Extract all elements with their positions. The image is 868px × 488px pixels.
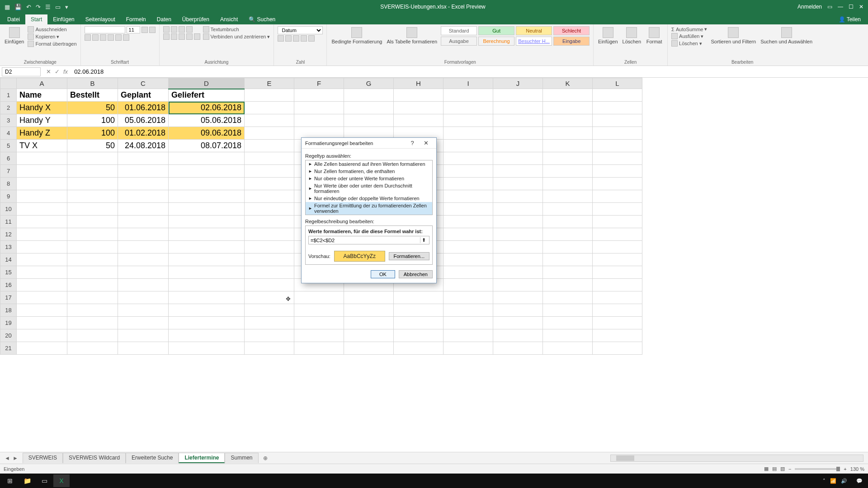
cell-D18[interactable] [169,304,245,317]
tab-suchen[interactable]: 🔍 Suchen [243,14,281,24]
cell-C17[interactable] [118,291,169,304]
cell-L14[interactable] [593,253,642,266]
cell-A14[interactable] [17,253,67,266]
cell-B7[interactable] [67,165,118,178]
align-top-icon[interactable] [163,26,170,33]
cell-H2[interactable] [394,102,443,114]
cell-B15[interactable] [67,266,118,279]
cell-C15[interactable] [118,266,169,279]
cell-A17[interactable] [17,291,67,304]
cell-I14[interactable] [443,253,493,266]
cell-E16[interactable] [245,279,294,291]
cell-A9[interactable] [17,190,67,203]
cell-B11[interactable] [67,216,118,228]
cell-B4[interactable]: 100 [67,127,118,140]
cell-B19[interactable] [67,317,118,329]
cell-D17[interactable] [169,291,245,304]
cell-K15[interactable] [543,266,593,279]
row-header-6[interactable]: 6 [0,152,17,165]
fill-button[interactable]: Ausfüllen ▾ [671,33,707,39]
cell-I21[interactable] [443,342,493,355]
cell-J21[interactable] [493,342,543,355]
cell-I17[interactable] [443,291,493,304]
number-format-select[interactable]: Datum [278,26,323,34]
italic-icon[interactable] [92,34,99,41]
format-as-table-button[interactable]: Als Tabelle formatieren [386,26,438,45]
orientation-icon[interactable] [186,26,193,33]
cell-L6[interactable] [593,152,642,165]
decimal-dec-icon[interactable] [308,35,315,42]
cell-C21[interactable] [118,342,169,355]
col-header-D[interactable]: D [169,78,245,89]
cancel-button[interactable]: Abbrechen [399,270,433,278]
cell-A4[interactable]: Handy Z [17,127,67,140]
cell-B8[interactable] [67,178,118,190]
col-header-J[interactable]: J [493,78,543,89]
cell-A6[interactable] [17,152,67,165]
rule-formula-input[interactable] [311,237,420,243]
name-box[interactable] [2,67,41,76]
cell-D10[interactable] [169,203,245,216]
cell-L5[interactable] [593,140,642,152]
cell-E13[interactable] [245,241,294,253]
cell-H21[interactable] [394,342,443,355]
cell-E9[interactable] [245,190,294,203]
cell-L10[interactable] [593,203,642,216]
autosum-button[interactable]: Σ AutoSumme ▾ [671,26,707,32]
sheet-tab-liefertermine[interactable]: Liefertermine [179,453,225,463]
rule-type-option-2[interactable]: ►Nur obere oder untere Werte formatieren [306,175,432,182]
row-header-18[interactable]: 18 [0,304,17,317]
clear-button[interactable]: Löschen ▾ [671,40,707,47]
cell-L12[interactable] [593,228,642,241]
row-header-2[interactable]: 2 [0,102,17,114]
cell-E7[interactable] [245,165,294,178]
align-center-icon[interactable] [171,33,177,40]
cell-I18[interactable] [443,304,493,317]
cell-C18[interactable] [118,304,169,317]
row-header-14[interactable]: 14 [0,253,17,266]
cell-L11[interactable] [593,216,642,228]
cell-K1[interactable] [543,89,593,102]
tab-einfuegen[interactable]: Einfügen [47,14,80,24]
cell-D19[interactable] [169,317,245,329]
tab-datei[interactable]: Datei [2,14,25,24]
wrap-text-button[interactable]: Textumbruch [203,26,270,33]
cell-B21[interactable] [67,342,118,355]
view-layout-icon[interactable]: ▤ [772,466,777,472]
horizontal-scrollbar[interactable] [610,455,863,462]
expand-formula-icon[interactable]: ⬆ [420,237,427,243]
cell-C19[interactable] [118,317,169,329]
cell-C13[interactable] [118,241,169,253]
delete-cells-button[interactable]: Löschen [622,26,642,45]
style-neutral[interactable]: Neutral [516,26,552,35]
cell-A12[interactable] [17,228,67,241]
format-painter-button[interactable]: Format übertragen [28,41,76,47]
cell-D16[interactable] [169,279,245,291]
touch-icon[interactable]: ☰ [45,4,51,10]
style-standard[interactable]: Standard [441,26,477,35]
redo-icon[interactable]: ↷ [36,4,41,10]
cell-L19[interactable] [593,317,642,329]
merge-center-button[interactable]: Verbinden und zentrieren ▾ [203,33,270,40]
cell-I12[interactable] [443,228,493,241]
save-icon[interactable]: 💾 [14,4,22,10]
cell-C5[interactable]: 24.08.2018 [118,140,169,152]
row-header-4[interactable]: 4 [0,127,17,140]
cut-button[interactable]: Ausschneiden [28,26,76,33]
cell-B3[interactable]: 100 [67,114,118,127]
cell-C6[interactable] [118,152,169,165]
cell-G1[interactable] [344,89,394,102]
cancel-formula-icon[interactable]: ✕ [46,68,51,75]
cell-A11[interactable] [17,216,67,228]
row-header-5[interactable]: 5 [0,140,17,152]
cell-C14[interactable] [118,253,169,266]
rule-type-option-0[interactable]: ►Alle Zellen basierend auf ihren Werten … [306,160,432,168]
cell-K10[interactable] [543,203,593,216]
col-header-L[interactable]: L [593,78,642,89]
cell-K8[interactable] [543,178,593,190]
cell-H1[interactable] [394,89,443,102]
cell-J12[interactable] [493,228,543,241]
cell-F20[interactable] [294,329,344,342]
col-header-G[interactable]: G [344,78,394,89]
cell-I1[interactable] [443,89,493,102]
